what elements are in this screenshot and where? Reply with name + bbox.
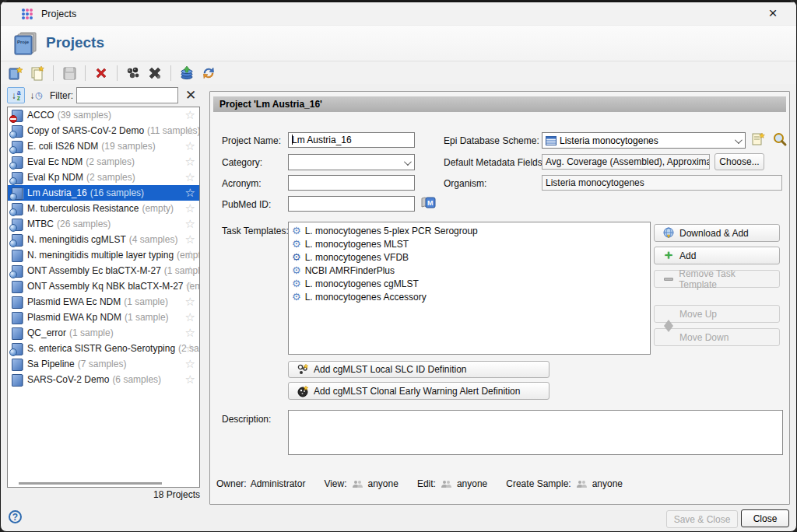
owner-label: Owner:: [216, 478, 247, 489]
favorite-star-icon[interactable]: ☆: [185, 186, 195, 200]
add-task-template-button[interactable]: ＋ Add: [654, 247, 780, 264]
task-template-item[interactable]: ⚙ L. monocytogenes MLST: [289, 237, 650, 250]
help-icon[interactable]: ?: [9, 510, 22, 523]
sort-by-date-button[interactable]: ↓ ◷: [27, 87, 45, 103]
view-scheme-magnifier-icon[interactable]: [772, 131, 788, 147]
favorite-star-icon[interactable]: ☆: [185, 326, 195, 340]
gear-icon: ⚙: [292, 265, 301, 275]
favorite-star-icon[interactable]: ☆: [185, 170, 195, 184]
category-label: Category:: [222, 157, 262, 168]
task-template-item[interactable]: ⚙ NCBI AMRFinderPlus: [289, 264, 650, 277]
project-folder-icon: [11, 110, 23, 121]
favorite-star-icon[interactable]: ☆: [185, 310, 195, 324]
project-list-item[interactable]: ONT Assembly Ec blaCTX-M-27 (1 sample) ☆: [8, 263, 199, 278]
task-template-name: L. monocytogenes cgMLST: [305, 278, 419, 289]
project-list-item[interactable]: S. enterica SISTR Geno-Serotyping (2 sam…: [8, 341, 199, 356]
favorite-star-icon[interactable]: ☆: [185, 201, 195, 215]
save-icon[interactable]: [61, 65, 78, 82]
project-list-item[interactable]: QC_error (1 sample) ☆: [8, 325, 199, 341]
project-sample-count: (2 samples): [86, 156, 135, 167]
favorite-star-icon[interactable]: ☆: [185, 155, 195, 169]
project-list-item[interactable]: Eval Kp NDM (2 samples) ☆: [8, 170, 199, 185]
favorite-star-icon[interactable]: ☆: [185, 357, 195, 371]
pubmed-field[interactable]: [288, 196, 415, 212]
project-list-item[interactable]: N. meningitidis cgMLST (4 samples) ☆: [8, 232, 199, 247]
project-list-item[interactable]: Lm Austria_16 (16 samples) ☆: [8, 185, 199, 201]
project-folder-icon: [11, 312, 23, 324]
task-template-item[interactable]: ⚙ L. monocytogenes 5-plex PCR Serogroup: [289, 224, 650, 237]
add-ewa-definition-button[interactable]: Add cgMLST Clonal Early Warning Alert De…: [288, 382, 549, 400]
window-close-button[interactable]: ×: [756, 2, 790, 24]
acronym-field[interactable]: [288, 175, 415, 191]
database-upload-icon[interactable]: [178, 65, 195, 82]
new-scheme-icon[interactable]: [750, 131, 766, 147]
favorite-star-icon[interactable]: ☆: [185, 108, 195, 122]
download-add-button[interactable]: Download & Add: [654, 224, 780, 242]
filter-input[interactable]: [76, 87, 178, 103]
task-template-item[interactable]: ⚙ L. monocytogenes Accessory: [289, 290, 650, 303]
project-name: S. enterica SISTR Geno-Serotyping: [27, 343, 175, 354]
project-list-item[interactable]: M. tuberculosis Resistance (empty) ☆: [8, 201, 199, 216]
project-folder-icon: [11, 187, 23, 199]
task-template-name: NCBI AMRFinderPlus: [305, 265, 395, 276]
copy-project-icon[interactable]: [29, 65, 46, 82]
toolbar-separator: [117, 65, 118, 81]
new-project-icon[interactable]: [7, 65, 24, 82]
favorite-star-icon[interactable]: ☆: [185, 139, 195, 153]
project-list-item[interactable]: SARS-CoV-2 Demo (6 samples) ☆: [8, 372, 199, 387]
owner-value: Administrator: [251, 478, 306, 489]
project-list-item[interactable]: Eval Ec NDM (2 samples) ☆: [8, 154, 199, 170]
favorite-star-icon[interactable]: ☆: [185, 217, 195, 231]
project-list-item[interactable]: ACCO (39 samples) ☆: [8, 107, 199, 123]
project-list-item[interactable]: MTBC (26 samples) ☆: [8, 216, 199, 232]
favorite-star-icon[interactable]: ☆: [185, 264, 195, 278]
people-icon: [576, 480, 588, 488]
project-list-item[interactable]: E. coli IS26 NDM (19 samples) ☆: [8, 138, 199, 154]
project-list-item[interactable]: ONT Assembly Kq NBK blaCTX-M-27 (empty) …: [8, 278, 199, 294]
task-template-item[interactable]: ⚙ L. monocytogenes cgMLST: [289, 277, 650, 290]
project-list-item[interactable]: N. meningitidis multiple layer typing (e…: [8, 247, 199, 263]
close-button[interactable]: Close: [741, 509, 789, 527]
project-name: M. tuberculosis Resistance: [27, 203, 139, 214]
task-template-item[interactable]: ⚙ L. monocytogenes VFDB: [289, 250, 650, 264]
metadata-label: Default Metadata Fields:: [444, 157, 545, 168]
move-up-button[interactable]: Move Up: [654, 305, 780, 323]
sort-alphabetical-button[interactable]: ↓ az: [7, 87, 25, 103]
project-list-item[interactable]: Sa Pipeline (7 samples) ☆: [8, 356, 199, 372]
project-name-field[interactable]: Lm Austria_16: [288, 132, 415, 148]
project-list-item[interactable]: Copy of SARS-CoV-2 Demo (11 samples) ☆: [8, 123, 199, 138]
app-logo-icon: [21, 8, 33, 20]
clear-filter-icon[interactable]: ✕: [182, 86, 199, 103]
task-template-name: L. monocytogenes Accessory: [305, 292, 427, 303]
save-close-button[interactable]: Save & Close: [666, 510, 738, 528]
horizontal-scrollbar[interactable]: [19, 482, 162, 485]
category-dropdown[interactable]: [288, 154, 415, 170]
favorite-star-icon[interactable]: ☆: [185, 341, 195, 355]
project-sample-count: (6 samples): [112, 374, 161, 385]
description-field[interactable]: [288, 410, 783, 455]
gear-icon: ⚙: [292, 252, 301, 262]
chevron-down-icon: [404, 158, 412, 166]
favorite-star-icon[interactable]: ☆: [185, 248, 195, 262]
pubmed-icon[interactable]: M: [420, 194, 436, 210]
favorite-star-icon[interactable]: ☆: [185, 233, 195, 247]
favorite-star-icon[interactable]: ☆: [185, 124, 195, 138]
project-list-item[interactable]: Plasmid EWA Kp NDM (1 sample) ☆: [8, 310, 199, 325]
epi-scheme-dropdown[interactable]: Listeria monocytogenes: [542, 132, 746, 149]
move-down-button[interactable]: Move Down: [654, 328, 780, 346]
choose-metadata-button[interactable]: Choose...: [714, 153, 764, 170]
add-slc-definition-button[interactable]: Add cgMLST Local SLC ID Definition: [288, 361, 549, 378]
project-name: Eval Kp NDM: [27, 172, 83, 183]
project-list-item[interactable]: Plasmid EWA Ec NDM (1 sample) ☆: [8, 294, 199, 310]
favorite-star-icon[interactable]: ☆: [185, 295, 195, 309]
remove-task-template-button[interactable]: Remove Task Template: [654, 270, 780, 288]
favorite-star-icon[interactable]: ☆: [185, 279, 195, 293]
favorite-star-icon[interactable]: ☆: [185, 373, 195, 387]
cluster-delete-icon[interactable]: [146, 65, 163, 82]
project-name: MTBC: [27, 219, 54, 229]
project-folder-icon: [11, 125, 23, 137]
delete-project-icon[interactable]: [93, 65, 110, 82]
project-name: Plasmid EWA Ec NDM: [27, 296, 121, 307]
cluster-icon[interactable]: [125, 65, 142, 82]
sync-icon[interactable]: [200, 65, 217, 82]
